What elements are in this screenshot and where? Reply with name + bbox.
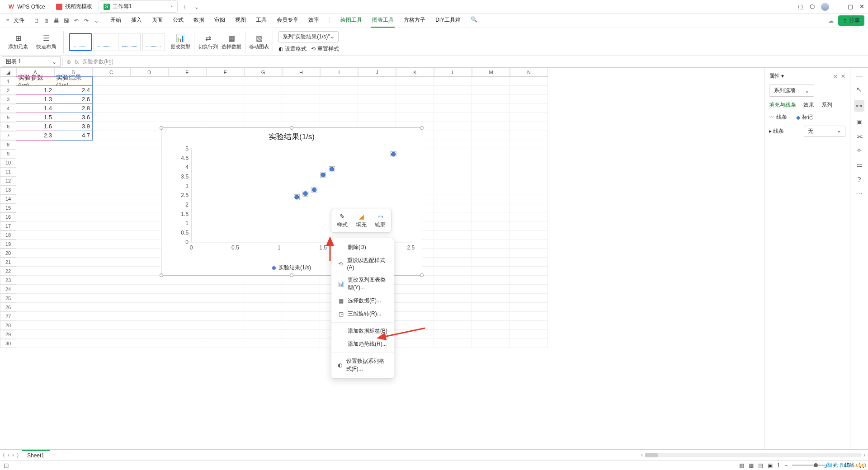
cell[interactable] <box>168 303 206 312</box>
cell[interactable] <box>434 194 472 203</box>
formula-content[interactable]: 实验参数(kg) <box>82 58 113 66</box>
change-type-button[interactable]: 📊更改类型 <box>169 33 192 51</box>
zoom-icon[interactable]: ⊕ <box>66 59 71 65</box>
cell[interactable] <box>92 77 130 86</box>
cell[interactable] <box>434 339 472 348</box>
row-header[interactable]: 6 <box>0 122 16 131</box>
redo-icon[interactable]: ↷ <box>82 18 90 24</box>
cell[interactable] <box>244 294 282 303</box>
cell[interactable] <box>92 158 130 167</box>
cell[interactable] <box>510 321 548 330</box>
cell[interactable] <box>244 312 282 321</box>
cell[interactable] <box>472 276 510 285</box>
select-data-button[interactable]: ▦选择数据 <box>220 33 243 51</box>
cell[interactable] <box>510 285 548 294</box>
cell[interactable] <box>92 185 130 194</box>
col-header[interactable]: C <box>92 68 130 77</box>
cell[interactable] <box>92 176 130 185</box>
cell[interactable] <box>206 303 244 312</box>
cell[interactable] <box>472 104 510 113</box>
cell[interactable] <box>396 113 434 122</box>
cell[interactable] <box>244 113 282 122</box>
cell[interactable] <box>510 176 548 185</box>
resize-handle[interactable] <box>420 273 424 277</box>
cell[interactable] <box>434 167 472 176</box>
cell[interactable] <box>92 312 130 321</box>
cell[interactable] <box>510 86 548 95</box>
cell[interactable] <box>130 77 168 86</box>
close-button[interactable]: ✕ <box>859 3 864 10</box>
cell[interactable] <box>510 230 548 240</box>
cell[interactable] <box>434 176 472 185</box>
cell[interactable] <box>168 104 206 113</box>
view-full-icon[interactable]: ▣ <box>768 462 773 469</box>
cell[interactable] <box>282 95 320 104</box>
file-menu[interactable]: 文件 <box>14 17 24 24</box>
cell[interactable] <box>434 285 472 294</box>
cell[interactable] <box>472 312 510 321</box>
resize-handle[interactable] <box>420 126 424 130</box>
ctx-item[interactable]: 📊更改系列图表类型(Y)... <box>331 273 394 294</box>
row-header[interactable]: 29 <box>0 330 16 339</box>
cell[interactable] <box>510 339 548 348</box>
cell[interactable] <box>434 321 472 330</box>
row-header[interactable]: 10 <box>0 158 16 167</box>
pin-icon[interactable]: ⤧ <box>833 73 838 80</box>
new-tab-button[interactable]: + <box>179 1 190 12</box>
cell[interactable] <box>434 258 472 267</box>
chart-style-3[interactable] <box>118 33 141 51</box>
cell[interactable] <box>244 95 282 104</box>
cell[interactable] <box>130 285 168 294</box>
cell[interactable] <box>320 113 358 122</box>
cell[interactable] <box>510 303 548 312</box>
cell[interactable] <box>510 240 548 249</box>
cell[interactable] <box>244 339 282 348</box>
cell[interactable] <box>434 294 472 303</box>
cell[interactable] <box>472 158 510 167</box>
more-icon[interactable]: ⋯ <box>856 189 863 197</box>
cell[interactable] <box>472 221 510 230</box>
row-header[interactable]: 8 <box>0 140 16 149</box>
col-header[interactable]: M <box>472 68 510 77</box>
cell[interactable] <box>472 194 510 203</box>
cell[interactable] <box>472 77 510 86</box>
cell[interactable] <box>130 294 168 303</box>
cell[interactable] <box>434 113 472 122</box>
cell[interactable] <box>54 321 92 330</box>
cell[interactable] <box>434 212 472 221</box>
cell[interactable] <box>92 249 130 258</box>
cell[interactable] <box>130 95 168 104</box>
cell[interactable] <box>54 303 92 312</box>
cell[interactable] <box>244 303 282 312</box>
cell[interactable] <box>130 113 168 122</box>
cell[interactable] <box>54 330 92 339</box>
cell[interactable] <box>16 339 54 348</box>
cell[interactable] <box>16 294 54 303</box>
cell[interactable] <box>434 221 472 230</box>
col-header[interactable]: L <box>434 68 472 77</box>
cell[interactable] <box>434 185 472 194</box>
cell[interactable] <box>92 303 130 312</box>
cell[interactable] <box>92 321 130 330</box>
cell[interactable] <box>54 294 92 303</box>
cell[interactable] <box>206 86 244 95</box>
resize-handle[interactable] <box>290 273 293 277</box>
col-header[interactable]: F <box>206 68 244 77</box>
cell[interactable] <box>434 149 472 158</box>
cell[interactable] <box>244 104 282 113</box>
row-header[interactable]: 7 <box>0 131 16 140</box>
row-header[interactable]: 27 <box>0 312 16 321</box>
cell[interactable] <box>358 77 396 86</box>
cell[interactable] <box>206 339 244 348</box>
row-header[interactable]: 26 <box>0 303 16 312</box>
hamburger-icon[interactable]: ≡ <box>4 18 12 24</box>
cell[interactable] <box>472 203 510 212</box>
cell[interactable] <box>320 86 358 95</box>
cell[interactable] <box>472 285 510 294</box>
cell[interactable] <box>92 221 130 230</box>
col-header[interactable]: N <box>510 68 548 77</box>
cell[interactable] <box>396 330 434 339</box>
cell[interactable] <box>434 104 472 113</box>
sheet-next-icon[interactable]: › <box>12 452 14 458</box>
cell[interactable] <box>54 258 92 267</box>
